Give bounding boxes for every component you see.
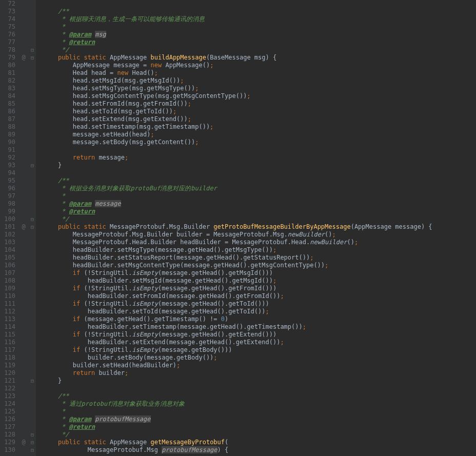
- code-line[interactable]: * 根据业务消息对象获取protoBuf消息对应的builder: [43, 185, 476, 192]
- vcs-change-marker: [18, 108, 29, 115]
- code-line[interactable]: if (!StringUtil.isEmpty(message.getHead(…: [43, 331, 476, 339]
- code-line[interactable]: headBuilder.setFromId(message.getHead().…: [43, 292, 476, 300]
- code-line[interactable]: [43, 385, 476, 392]
- code-line[interactable]: message.setBody(msg.getContent());: [43, 138, 476, 146]
- code-line[interactable]: */: [43, 215, 476, 223]
- code-line[interactable]: *: [43, 23, 476, 31]
- fold-toggle-icon: [29, 400, 36, 408]
- code-line[interactable]: * @param protobufMessage: [43, 415, 476, 423]
- code-line[interactable]: [43, 0, 476, 8]
- code-line[interactable]: * 根据聊天消息，生成一条可以能够传输通讯的消息: [43, 15, 476, 23]
- code-line[interactable]: return builder;: [43, 369, 476, 377]
- code-line[interactable]: builder.setBody(message.getBody());: [43, 354, 476, 362]
- fold-toggle-icon: [29, 277, 36, 285]
- code-line[interactable]: /**: [43, 8, 476, 15]
- code-line[interactable]: * @return: [43, 208, 476, 215]
- token-semi: ;: [325, 262, 328, 269]
- code-line[interactable]: head.setMsgId(msg.getMsgId());: [43, 77, 476, 85]
- code-line[interactable]: if (!StringUtil.isEmpty(message.getHead(…: [43, 285, 476, 292]
- code-line[interactable]: head.setExtend(msg.getExtend());: [43, 115, 476, 123]
- code-line[interactable]: * @return: [43, 423, 476, 431]
- code-line[interactable]: public static AppMessage getMessageByPro…: [43, 439, 476, 446]
- code-line[interactable]: [43, 169, 476, 177]
- code-line[interactable]: if (!StringUtil.isEmpty(message.getBody(…: [43, 346, 476, 354]
- code-line[interactable]: Head head = new Head();: [43, 69, 476, 77]
- code-line[interactable]: headBuilder.setStatusReport(message.getH…: [43, 254, 476, 262]
- token-doc: *: [43, 208, 69, 215]
- token-kw: public static: [58, 439, 106, 446]
- fold-toggle-icon: [29, 62, 36, 69]
- code-line[interactable]: headBuilder.setMsgContentType(message.ge…: [43, 262, 476, 269]
- code-line[interactable]: /**: [43, 177, 476, 185]
- fold-toggle-icon: [29, 154, 36, 162]
- code-line[interactable]: headBuilder.setMsgId(message.getHead().g…: [43, 277, 476, 285]
- code-line[interactable]: * 通过protobuf消息对象获取业务消息对象: [43, 400, 476, 408]
- line-number: 80: [0, 62, 15, 69]
- code-line[interactable]: }: [43, 162, 476, 169]
- code-line[interactable]: * @param msg: [43, 31, 476, 38]
- line-number: 120: [0, 369, 15, 377]
- code-line[interactable]: head.setMsgType(msg.getMsgType());: [43, 85, 476, 92]
- line-number: 110: [0, 292, 15, 300]
- fold-toggle-icon[interactable]: ⊟: [29, 431, 36, 439]
- fold-column[interactable]: ⊟⊟⊟⊟⊟⊟⊟⊟⊟: [29, 0, 36, 456]
- token-plain: (!StringUtil.: [80, 346, 132, 353]
- code-line[interactable]: */: [43, 431, 476, 439]
- line-number: 100: [0, 215, 15, 223]
- code-line[interactable]: *: [43, 192, 476, 200]
- code-line[interactable]: head.setTimestamp(msg.getTimestamp());: [43, 123, 476, 131]
- fold-toggle-icon[interactable]: ⊟: [29, 215, 36, 223]
- fold-toggle-icon[interactable]: ⊟: [29, 46, 36, 54]
- code-line[interactable]: builder.setHead(headBuilder);: [43, 362, 476, 369]
- token-plain: headBuilder.setMsgContentType(message.ge…: [43, 262, 325, 269]
- code-line[interactable]: headBuilder.setMsgType(message.getHead()…: [43, 246, 476, 254]
- line-number: 83: [0, 85, 15, 92]
- code-line[interactable]: head.setToId(msg.getToId());: [43, 108, 476, 115]
- code-line[interactable]: message.setHead(head);: [43, 131, 476, 138]
- code-line[interactable]: if (!StringUtil.isEmpty(message.getHead(…: [43, 269, 476, 277]
- code-line[interactable]: head.setMsgContentType(msg.getMsgContent…: [43, 92, 476, 100]
- fold-toggle-icon: [29, 231, 36, 239]
- vcs-change-marker: [18, 123, 29, 131]
- code-line[interactable]: * @return: [43, 38, 476, 46]
- line-number: 115: [0, 331, 15, 339]
- fold-toggle-icon[interactable]: ⊟: [29, 54, 36, 62]
- code-line[interactable]: return message;: [43, 154, 476, 162]
- code-line[interactable]: if (message.getHead().getTimestamp() != …: [43, 315, 476, 323]
- code-line[interactable]: head.setFromId(msg.getFromId());: [43, 100, 476, 108]
- code-line[interactable]: headBuilder.setTimestamp(message.getHead…: [43, 323, 476, 331]
- code-line[interactable]: *: [43, 408, 476, 415]
- code-line[interactable]: [43, 146, 476, 154]
- fold-toggle-icon[interactable]: ⊟: [29, 439, 36, 446]
- fold-toggle-icon[interactable]: ⊟: [29, 162, 36, 169]
- fold-toggle-icon[interactable]: ⊟: [29, 446, 36, 454]
- line-number: 85: [0, 100, 15, 108]
- token-semi: ;: [176, 362, 180, 369]
- code-line[interactable]: /**: [43, 392, 476, 400]
- code-line[interactable]: MessageProtobuf.Head.Builder headBuilder…: [43, 239, 476, 246]
- code-line[interactable]: */: [43, 46, 476, 54]
- code-line[interactable]: public static MessageProtobuf.Msg.Builde…: [43, 223, 476, 231]
- token-doc: *: [43, 408, 65, 415]
- code-line[interactable]: MessageProtobuf.Msg.Builder builder = Me…: [43, 231, 476, 239]
- token-plain: (: [225, 439, 228, 446]
- vcs-change-marker: [18, 254, 29, 262]
- code-line[interactable]: }: [43, 377, 476, 385]
- code-line[interactable]: if (!StringUtil.isEmpty(message.getHead(…: [43, 300, 476, 308]
- code-line[interactable]: headBuilder.setToId(message.getHead().ge…: [43, 308, 476, 315]
- line-number: 109: [0, 285, 15, 292]
- code-area[interactable]: /** * 根据聊天消息，生成一条可以能够传输通讯的消息 * * @param …: [36, 0, 476, 456]
- vcs-change-marker: [18, 277, 29, 285]
- fold-toggle-icon[interactable]: ⊟: [29, 377, 36, 385]
- token-plain: head.setMsgContentType(msg.getMsgContent…: [43, 92, 247, 100]
- code-editor[interactable]: 7273747576777879808182838485868788899091…: [0, 0, 476, 456]
- code-line[interactable]: public static AppMessage buildAppMessage…: [43, 54, 476, 62]
- vcs-change-marker: @: [18, 439, 29, 446]
- token-plain: [43, 154, 73, 161]
- code-line[interactable]: * @param message: [43, 200, 476, 208]
- fold-toggle-icon[interactable]: ⊟: [29, 223, 36, 231]
- code-line[interactable]: MessageProtobuf.Msg protobufMessage) {: [43, 446, 476, 454]
- line-number-gutter[interactable]: 7273747576777879808182838485868788899091…: [0, 0, 18, 456]
- code-line[interactable]: headBuilder.setExtend(message.getHead().…: [43, 339, 476, 346]
- code-line[interactable]: AppMessage message = new AppMessage();: [43, 62, 476, 69]
